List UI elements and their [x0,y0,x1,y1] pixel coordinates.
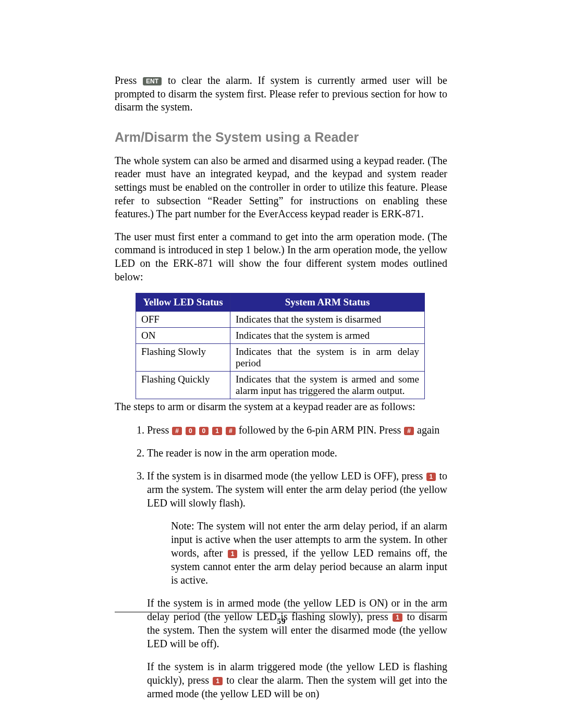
step-3-alarm-mode: If the system is in alarm triggered mode… [147,660,447,700]
text: If the system is in disarmed mode (the y… [147,470,426,482]
table-row: OFF Indicates that the system is disarme… [136,312,425,328]
text: Press [147,424,172,436]
zero-key-icon: 0 [199,427,209,435]
table-row: Flashing Slowly Indicates that the syste… [136,344,425,372]
page-number: 59 [0,617,563,626]
desc-cell: Indicates that the system is armed [230,328,425,344]
hash-key-icon: # [226,427,236,435]
section-heading: Arm/Disarm the System using a Reader [115,130,447,145]
text: to clear the alarm. If system is current… [115,75,447,113]
table-header-row: Yellow LED Status System ARM Status [136,293,425,312]
body-paragraph-2: The user must first enter a command to g… [115,230,447,283]
one-key-icon: 1 [228,550,238,558]
text: followed by the 6-pin ARM PIN. Press [236,424,404,436]
text: again [417,424,439,436]
one-key-icon: 1 [213,677,223,685]
table-header-system: System ARM Status [230,293,425,312]
one-key-icon: 1 [212,427,222,435]
text: Press [115,75,142,86]
table-header-yellow: Yellow LED Status [136,293,230,312]
step-3-note: Note: The system will not enter the arm … [171,519,447,587]
led-cell: Flashing Quickly [136,372,230,399]
led-cell: OFF [136,312,230,328]
content-area: Press ENT to clear the alarm. If system … [115,74,447,710]
desc-cell: Indicates that the system is armed and s… [230,372,425,399]
zero-key-icon: 0 [186,427,195,435]
led-cell: ON [136,328,230,344]
one-key-icon: 1 [426,473,436,481]
step-3: If the system is in disarmed mode (the y… [147,469,447,700]
hash-key-icon: # [172,427,182,435]
hash-key-icon: # [404,427,414,435]
led-cell: Flashing Slowly [136,344,230,372]
after-table-paragraph: The steps to arm or disarm the system at… [115,400,447,414]
table-row: Flashing Quickly Indicates that the syst… [136,372,425,399]
intro-paragraph: Press ENT to clear the alarm. If system … [115,74,447,114]
steps-list: Press # 0 0 1 # followed by the 6-pin AR… [115,423,447,700]
document-page: Press ENT to clear the alarm. If system … [0,0,563,728]
table-row: ON Indicates that the system is armed [136,328,425,344]
desc-cell: Indicates that the system is in arm dela… [230,344,425,372]
desc-cell: Indicates that the system is disarmed [230,312,425,328]
step-3-main: If the system is in disarmed mode (the y… [147,469,447,510]
footer-divider [115,612,447,612]
ent-key-icon: ENT [143,77,162,85]
led-status-table: Yellow LED Status System ARM Status OFF … [136,293,425,399]
step-2: The reader is now in the arm operation m… [147,446,447,460]
body-paragraph-1: The whole system can also be armed and d… [115,154,447,221]
step-1: Press # 0 0 1 # followed by the 6-pin AR… [147,423,447,437]
